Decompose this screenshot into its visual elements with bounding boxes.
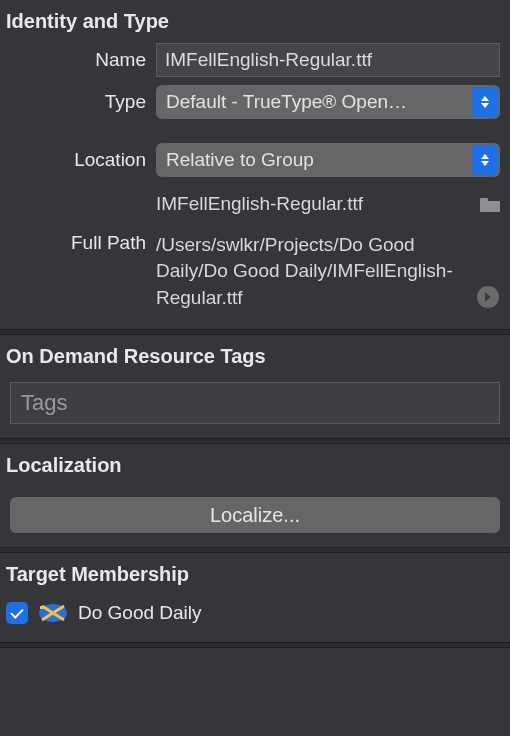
location-label: Location: [0, 143, 156, 171]
app-icon: [38, 602, 68, 624]
target-checkbox[interactable]: [6, 602, 28, 624]
tags-placeholder: Tags: [21, 390, 67, 416]
fullpath-value: /Users/swlkr/Projects/Do Good Daily/Do G…: [156, 226, 462, 312]
name-label: Name: [0, 43, 156, 71]
fullpath-row: Full Path /Users/swlkr/Projects/Do Good …: [0, 222, 510, 316]
arrow-right-circle-icon[interactable]: [476, 285, 500, 309]
target-row: Do Good Daily: [0, 592, 510, 628]
filename-row: IMFellEnglish-Regular.ttf: [0, 181, 510, 222]
name-input[interactable]: [156, 43, 500, 77]
name-row: Name: [0, 39, 510, 81]
check-icon: [10, 605, 23, 618]
filename-value: IMFellEnglish-Regular.ttf: [156, 185, 468, 218]
location-select[interactable]: Relative to Group: [156, 143, 500, 177]
tags-input[interactable]: Tags: [10, 382, 500, 424]
stepper-icon[interactable]: [472, 87, 498, 117]
odr-header: On Demand Resource Tags: [0, 335, 510, 374]
target-app-name: Do Good Daily: [78, 602, 202, 624]
identity-header: Identity and Type: [0, 0, 510, 39]
localization-section: Localization Localize...: [0, 444, 510, 547]
section-divider: [0, 642, 510, 648]
localization-header: Localization: [0, 444, 510, 483]
svg-rect-1: [480, 198, 488, 203]
identity-and-type-section: Identity and Type Name Type Default - Tr…: [0, 0, 510, 329]
location-row: Location Relative to Group: [0, 139, 510, 181]
stepper-icon[interactable]: [472, 145, 498, 175]
filename-label-empty: [0, 185, 156, 191]
target-membership-section: Target Membership Do Good Daily: [0, 553, 510, 642]
odr-section: On Demand Resource Tags Tags: [0, 335, 510, 438]
target-header: Target Membership: [0, 553, 510, 592]
svg-rect-6: [40, 606, 44, 609]
type-row: Type Default - TrueType® Open…: [0, 81, 510, 123]
type-label: Type: [0, 85, 156, 113]
folder-icon[interactable]: [480, 198, 500, 212]
fullpath-label: Full Path: [0, 226, 156, 254]
type-select[interactable]: Default - TrueType® Open…: [156, 85, 500, 119]
localize-button[interactable]: Localize...: [10, 497, 500, 533]
